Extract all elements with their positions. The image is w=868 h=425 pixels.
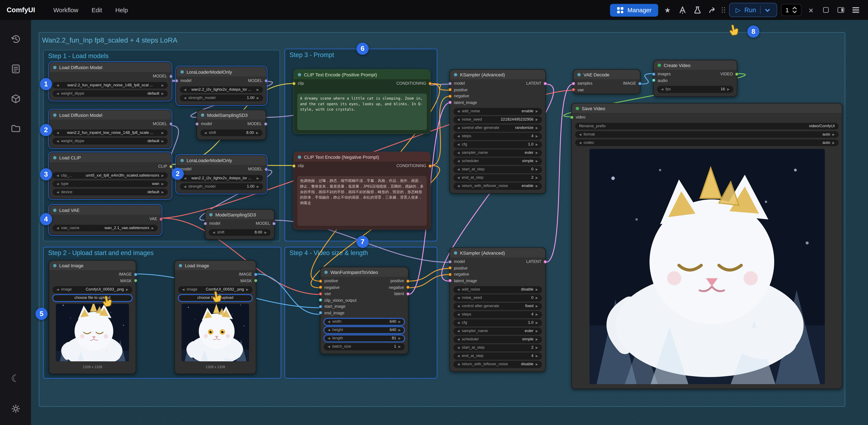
widget-strength-model[interactable]: ◀strength_model1.00▶ (180, 183, 263, 190)
output-dot[interactable] (169, 122, 173, 126)
increment-arrow-icon[interactable]: ▶ (126, 288, 128, 291)
node-header[interactable]: Load Diffusion Model (49, 110, 171, 120)
decrement-arrow-icon[interactable]: ◀ (204, 131, 207, 134)
widget-scheduler[interactable]: ◀schedulersimple▶ (453, 336, 542, 343)
decrement-arrow-icon[interactable]: ◀ (457, 321, 460, 325)
decrement-arrow-icon[interactable]: ◀ (328, 345, 330, 348)
node-header[interactable]: LoraLoaderModelOnly (177, 156, 266, 165)
decrement-arrow-icon[interactable]: ◀ (457, 151, 460, 155)
decrement-arrow-icon[interactable]: ◀ (184, 176, 186, 180)
increment-arrow-icon[interactable]: ▶ (257, 185, 259, 188)
decrement-arrow-icon[interactable]: ◀ (579, 141, 582, 144)
widget-noise-seed[interactable]: ◀noise_seed0▶ (453, 294, 542, 301)
increment-arrow-icon[interactable]: ▶ (536, 305, 538, 308)
input-dot[interactable] (204, 222, 207, 225)
decrement-arrow-icon[interactable]: ◀ (457, 135, 460, 138)
node-ksampler-advanced-2[interactable]: KSampler (Advanced)modelLATENTpositivene… (450, 248, 546, 372)
widget-weight-dtype[interactable]: ◀weight_dtypedefault▶ (53, 138, 168, 144)
widget-scheduler[interactable]: ◀schedulersimple▶ (453, 158, 542, 165)
decrement-arrow-icon[interactable]: ◀ (328, 320, 330, 323)
decrement-arrow-icon[interactable]: ◀ (57, 84, 59, 87)
output-dot[interactable] (406, 292, 410, 295)
node-header[interactable]: Save Video (572, 103, 842, 113)
node-header[interactable]: Load Diffusion Model (49, 62, 171, 72)
node-lora-loader-low[interactable]: LoraLoaderModelOnlymodelMODEL◀wan2.2_i2v… (176, 155, 267, 194)
node-header[interactable]: CLIP Text Encode (Negative Prompt) (294, 152, 430, 161)
input-slot-audio[interactable]: audio (652, 78, 668, 83)
increment-arrow-icon[interactable]: ▶ (536, 126, 538, 130)
workflows-folder-icon[interactable] (9, 122, 22, 135)
increment-arrow-icon[interactable]: ▶ (536, 160, 538, 163)
widget-control-after-generate[interactable]: ◀control after generaterandomize▶ (453, 125, 542, 131)
widget-vae-name[interactable]: ◀vae_namewan_2.1_vae.safetensors▶ (53, 224, 158, 231)
decrement-arrow-icon[interactable]: ◀ (184, 185, 186, 188)
output-dot[interactable] (169, 165, 173, 168)
node-header[interactable]: Create Video (654, 60, 737, 70)
decrement-arrow-icon[interactable]: ◀ (457, 110, 460, 113)
increment-arrow-icon[interactable]: ▶ (161, 174, 164, 177)
widget-image[interactable]: ◀imageComfyUI_00593_.png▶ (53, 286, 132, 293)
node-load-clip[interactable]: Load CLIPCLIP◀clip_...umt5_xxl_fp8_e4m3f… (49, 152, 172, 199)
output-slot-video[interactable]: VIDEO (720, 72, 739, 76)
output-dot[interactable] (272, 222, 276, 225)
input-dot[interactable] (319, 305, 322, 308)
output-slot-clip[interactable]: CLIP (158, 164, 173, 169)
input-dot[interactable] (292, 164, 296, 167)
widget-wan2-2-i2v-lightx2v-4steps-lor[interactable]: ◀wan2.2_i2v_lightx2v_4steps_lor ...▶ (180, 86, 263, 93)
node-header[interactable]: Load Image (49, 261, 135, 270)
decrement-arrow-icon[interactable]: ◀ (328, 328, 330, 332)
widget-return-with-leftover-noise[interactable]: ◀return_with_leftover_noisedisable▶ (453, 361, 542, 368)
output-slot-model[interactable]: MODEL (256, 221, 276, 226)
increment-arrow-icon[interactable]: ▶ (536, 313, 538, 316)
input-slot-negative[interactable]: negative (319, 285, 340, 290)
decrement-arrow-icon[interactable]: ◀ (457, 305, 460, 308)
drag-handle-icon[interactable] (722, 7, 725, 13)
decrement-arrow-icon[interactable]: ◀ (457, 296, 460, 300)
node-header[interactable]: ModelSamplingSD3 (197, 110, 266, 120)
increment-arrow-icon[interactable]: ▶ (161, 190, 164, 194)
widget-strength-model[interactable]: ◀strength_model1.00▶ (180, 94, 263, 101)
decrement-arrow-icon[interactable]: ◀ (457, 168, 460, 171)
increment-arrow-icon[interactable]: ▶ (265, 231, 267, 234)
decrement-arrow-icon[interactable]: ◀ (57, 131, 59, 134)
increment-arrow-icon[interactable]: ▶ (536, 143, 538, 146)
output-slot-image[interactable]: IMAGE (623, 81, 642, 86)
prompt-textarea[interactable]: A dreamy scene where a little cat is sle… (297, 93, 427, 130)
run-button[interactable]: ▷ Run (729, 3, 777, 17)
widget-add-noise[interactable]: ◀add_noiseenable▶ (453, 108, 542, 115)
prompt-textarea[interactable]: 色调艳丽，过曝，静态，细节模糊不清，字幕，风格，作品，画作，画面，静止，整体发灰… (297, 176, 427, 226)
output-dot[interactable] (406, 286, 410, 289)
history-icon[interactable] (9, 32, 22, 45)
increment-arrow-icon[interactable]: ▶ (536, 168, 538, 171)
node-header[interactable]: Load CLIP (49, 153, 171, 162)
input-dot[interactable] (448, 260, 452, 263)
input-dot[interactable] (319, 311, 322, 315)
increment-arrow-icon[interactable]: ▶ (536, 110, 538, 113)
queue-icon[interactable] (9, 62, 22, 75)
input-slot-latent-image[interactable]: latent_image (448, 278, 477, 283)
node-load-vae[interactable]: Load VAEVAE◀vae_namewan_2.1_vae.safetens… (49, 205, 162, 235)
star-icon[interactable]: ★ (662, 4, 673, 15)
increment-arrow-icon[interactable]: ▶ (536, 321, 538, 325)
decrement-arrow-icon[interactable]: ◀ (457, 346, 460, 350)
output-dot[interactable] (406, 279, 410, 283)
widget-format[interactable]: ◀formatauto▶ (575, 131, 839, 138)
input-dot[interactable] (448, 94, 452, 98)
input-slot-latent-image[interactable]: latent_image (448, 100, 477, 105)
input-dot[interactable] (319, 292, 322, 295)
widget-start-at-step[interactable]: ◀start_at_step2▶ (453, 344, 542, 351)
widget-shift[interactable]: ◀shift8.00▶ (200, 129, 262, 136)
output-dot[interactable] (428, 164, 432, 167)
node-load-diffusion-model-low[interactable]: Load Diffusion ModelMODEL◀wan2.2_fun_inp… (49, 109, 172, 149)
node-header[interactable]: Load VAE (49, 205, 161, 215)
output-slot-image[interactable]: IMAGE (239, 272, 257, 277)
graph-canvas[interactable]: Wan2.2_fun_Inp fp8_scaled + 4 steps LoRA… (0, 0, 868, 425)
input-slot-clip[interactable]: clip (292, 163, 304, 168)
output-slot-conditioning[interactable]: CONDITIONING (397, 163, 432, 168)
stepper-chevrons-icon[interactable] (792, 6, 797, 14)
node-load-image-2[interactable]: Load ImageIMAGEMASK◀imageComfyUI_00592_.… (174, 260, 256, 374)
output-dot[interactable] (544, 260, 547, 263)
decrement-arrow-icon[interactable]: ◀ (457, 176, 460, 179)
input-slot-negative[interactable]: negative (448, 272, 469, 277)
output-slot-conditioning[interactable]: CONDITIONING (397, 81, 432, 86)
